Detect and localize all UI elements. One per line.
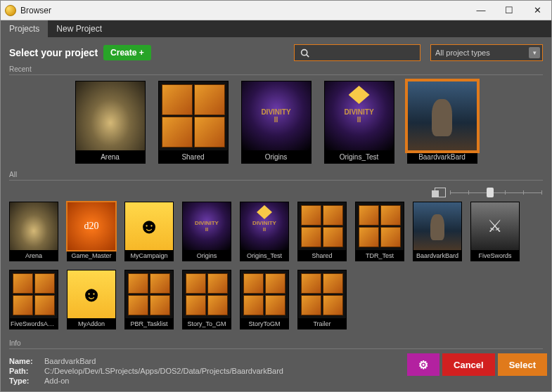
tab-projects[interactable]: Projects (1, 20, 48, 37)
project-tile[interactable]: Story_To_GM (182, 270, 231, 329)
project-thumbnail (124, 270, 174, 319)
project-thumbnail (9, 270, 58, 319)
project-label: Trailer (297, 319, 347, 329)
thumbnail-size-slider[interactable] (450, 189, 541, 196)
chevron-down-icon: ▾ (529, 47, 540, 58)
project-thumbnail (407, 81, 477, 151)
project-label: Story_To_GM (182, 319, 231, 329)
project-label: TDR_Test (355, 251, 404, 261)
search-box[interactable] (294, 44, 421, 61)
project-thumbnail (355, 202, 404, 251)
project-thumbnail (182, 270, 231, 319)
project-tile[interactable]: TDR_Test (355, 202, 404, 261)
page-title: Select your project (9, 47, 98, 58)
project-thumbnail: DIVINITYII (324, 81, 394, 151)
project-label: Arena (75, 151, 146, 164)
minimize-button[interactable]: — (467, 1, 495, 20)
project-tile[interactable]: d20Game_Master (67, 202, 116, 261)
project-thumbnail: ☻ (67, 270, 116, 319)
titlebar: Browser — ☐ ✕ (1, 1, 551, 20)
project-tile[interactable]: ☻MyAddon (67, 270, 116, 329)
project-label: Arena (9, 251, 58, 261)
project-thumbnail: ⚔ (470, 202, 520, 251)
project-label: Origins_Test (324, 151, 394, 164)
project-label: Game_Master (67, 251, 116, 261)
project-label: BaardvarkBard (413, 251, 462, 261)
project-tile[interactable]: Arena (75, 81, 146, 164)
project-thumbnail: DIVINITYII (182, 202, 231, 251)
project-type-filter[interactable]: All project types ▾ (430, 44, 543, 61)
project-tile[interactable]: DIVINITYIIOrigins (241, 81, 312, 164)
project-thumbnail (158, 81, 229, 151)
project-tile[interactable]: BaardvarkBard (407, 81, 477, 164)
select-button[interactable]: Select (498, 353, 547, 376)
project-label: PBR_Tasklist (124, 319, 174, 329)
gear-icon: ⚙ (418, 358, 428, 372)
search-input[interactable] (314, 45, 420, 60)
tab-new-project[interactable]: New Project (48, 20, 110, 37)
project-thumbnail (240, 270, 289, 319)
project-tile[interactable]: BaardvarkBard (413, 202, 462, 261)
project-tile[interactable]: FiveSwordsAndOneRing (9, 270, 58, 329)
recent-label: Recent (1, 64, 551, 74)
project-label: StoryToGM (240, 319, 289, 329)
info-label: Info (1, 338, 551, 348)
project-tile[interactable]: Arena (9, 202, 58, 261)
window-title: Browser (20, 6, 467, 15)
thumbnail-size-icon (435, 188, 446, 197)
search-icon (295, 45, 314, 60)
create-button[interactable]: Create + (103, 45, 151, 60)
project-tile[interactable]: PBR_Tasklist (124, 270, 174, 329)
project-label: Origins_Test (240, 251, 289, 261)
all-label: All (1, 169, 551, 180)
project-tile[interactable]: DIVINITYIIOrigins_Test (240, 202, 289, 261)
svg-line-1 (306, 54, 308, 56)
project-thumbnail (75, 81, 146, 151)
project-tile[interactable]: DIVINITYIIOrigins_Test (324, 81, 394, 164)
maximize-button[interactable]: ☐ (495, 1, 523, 20)
project-thumbnail: DIVINITYII (241, 81, 312, 151)
svg-point-0 (301, 49, 307, 55)
project-thumbnail: DIVINITYII (240, 202, 289, 251)
project-thumbnail: ☻ (124, 202, 174, 251)
project-tile[interactable]: DIVINITYIIOrigins (182, 202, 231, 261)
project-thumbnail (297, 270, 347, 319)
menubar: Projects New Project (1, 20, 551, 37)
project-tile[interactable]: Shared (297, 202, 347, 261)
project-thumbnail (413, 202, 462, 251)
app-icon (5, 5, 16, 16)
project-label: MyCampaign (124, 251, 174, 261)
project-label: FiveSwordsAndOneRing (9, 319, 58, 329)
project-label: BaardvarkBard (407, 151, 477, 164)
close-button[interactable]: ✕ (523, 1, 551, 20)
recent-tiles: ArenaSharedDIVINITYIIOriginsDIVINITYIIOr… (1, 79, 551, 169)
project-label: Origins (182, 251, 231, 261)
project-label: Shared (158, 151, 229, 164)
all-tiles: Arenad20Game_Master☻MyCampaignDIVINITYII… (1, 200, 551, 335)
project-thumbnail: d20 (67, 202, 116, 251)
type-filter-value: All project types (435, 48, 490, 57)
project-label: FiveSwords (470, 251, 520, 261)
project-thumbnail (9, 202, 58, 251)
project-label: MyAddon (67, 319, 116, 329)
settings-button[interactable]: ⚙ (407, 353, 439, 376)
project-tile[interactable]: StoryToGM (240, 270, 289, 329)
project-label: Origins (241, 151, 312, 164)
project-tile[interactable]: Shared (158, 81, 229, 164)
project-tile[interactable]: Trailer (297, 270, 347, 329)
project-browser-window: Browser — ☐ ✕ Projects New Project Selec… (0, 0, 552, 392)
project-label: Shared (297, 251, 347, 261)
cancel-button[interactable]: Cancel (442, 353, 495, 376)
project-tile[interactable]: ⚔FiveSwords (470, 202, 520, 261)
project-thumbnail (297, 202, 347, 251)
project-tile[interactable]: ☻MyCampaign (124, 202, 174, 261)
